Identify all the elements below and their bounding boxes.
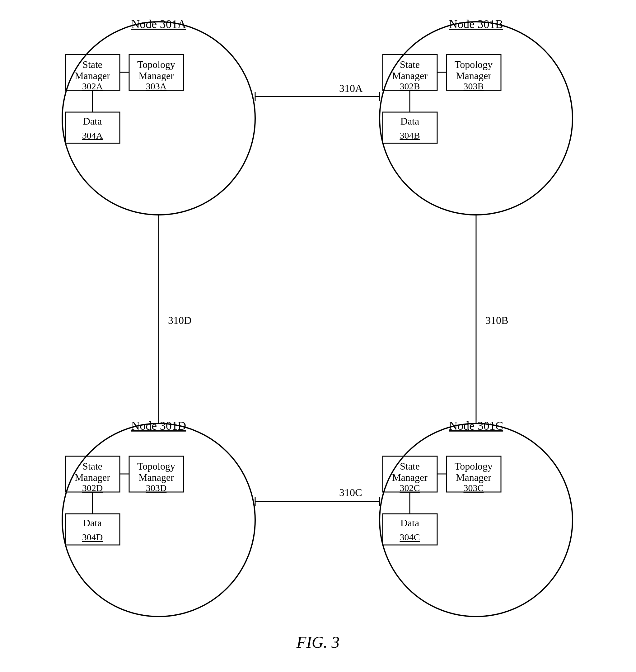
node-d-state-label2: Manager [75, 472, 110, 483]
node-b-state-label2: Manager [392, 70, 428, 81]
node-a-topo-ref: 303A [146, 81, 167, 91]
node-b-topo-ref: 303B [463, 81, 483, 91]
node-d-data-label: Data [83, 517, 102, 529]
node-c-data-label: Data [400, 517, 419, 529]
node-a-topo-label1: Topology [137, 59, 175, 70]
node-c-data-ref: 304C [399, 532, 420, 542]
node-a-state-ref: 302A [82, 81, 103, 91]
node-a-label: Node 301A [131, 17, 186, 31]
node-d-topo-ref: 303D [146, 483, 167, 493]
main-diagram: Node 301A State Manager 302A Topology Ma… [0, 0, 636, 672]
node-b-data-label: Data [400, 116, 419, 127]
connection-310a-label: 310A [339, 82, 363, 94]
node-d-label: Node 301D [131, 419, 186, 432]
node-b-state-ref: 302B [399, 81, 420, 91]
node-a-data-label: Data [83, 116, 102, 127]
node-c-topo-label1: Topology [455, 461, 493, 472]
connection-310b-label: 310B [485, 314, 509, 326]
node-c-topo-label2: Manager [456, 472, 491, 483]
node-c-state-label1: State [400, 461, 420, 472]
node-b-label: Node 301B [449, 17, 503, 31]
node-d-state-label1: State [82, 461, 102, 472]
figure-caption: FIG. 3 [296, 633, 340, 651]
node-c-label: Node 301C [449, 419, 503, 432]
node-c-state-ref: 302C [399, 483, 420, 493]
node-b-topo-label2: Manager [456, 70, 491, 81]
diagram-container: Node 301A State Manager 302A Topology Ma… [0, 0, 636, 672]
connection-310c-label: 310C [339, 487, 362, 498]
node-a-data-ref: 304A [82, 130, 103, 140]
node-d-topo-label1: Topology [137, 461, 175, 472]
node-a-state-label1: State [82, 59, 102, 70]
node-d-data-ref: 304D [82, 532, 103, 542]
node-d-state-ref: 302D [82, 483, 103, 493]
node-c-state-label2: Manager [392, 472, 428, 483]
node-a-topo-label2: Manager [138, 70, 174, 81]
node-a-state-label2: Manager [75, 70, 110, 81]
node-b-state-label1: State [400, 59, 420, 70]
node-b-topo-label1: Topology [455, 59, 493, 70]
node-b-data-ref: 304B [399, 130, 420, 140]
node-d-topo-label2: Manager [138, 472, 174, 483]
connection-310d-label: 310D [168, 314, 192, 326]
node-c-topo-ref: 303C [463, 483, 483, 493]
